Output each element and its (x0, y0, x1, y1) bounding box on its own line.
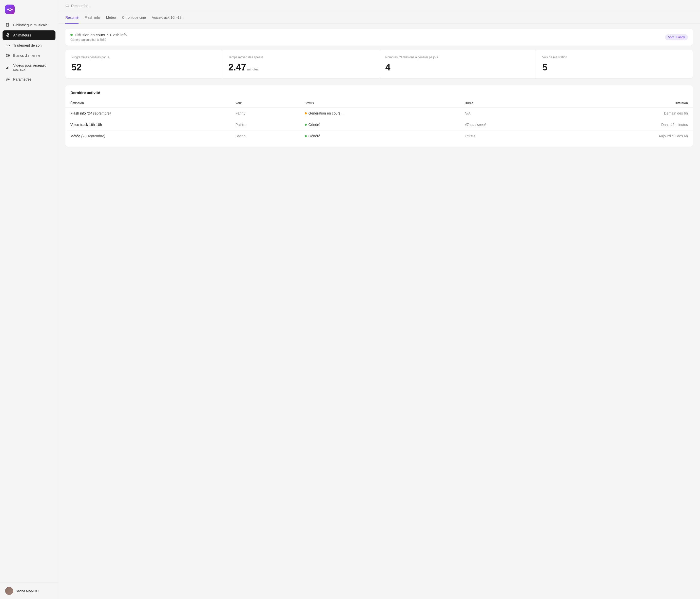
sidebar-item-animateurs-label: Animateurs (13, 33, 31, 37)
page-content: Diffusion en cours : Flash info Généré a… (58, 24, 700, 599)
sidebar-navigation: Bibliothèque musicale Animateurs Traitem… (0, 18, 58, 582)
stat-label-voix: Voix de ma station (542, 55, 687, 59)
stat-value-voix: 5 (542, 62, 687, 73)
search-bar (58, 0, 700, 12)
app-logo (5, 4, 15, 14)
table-body: Flash info (24 septembre) Fanny Générati… (65, 107, 693, 142)
book-icon (5, 23, 10, 27)
sidebar-item-blancs[interactable]: Blancs d'antenne (2, 51, 55, 60)
svg-rect-10 (7, 33, 8, 35)
chart-icon (5, 65, 10, 70)
diffusion-title: Diffusion en cours : Flash info (70, 33, 127, 37)
stat-card-temps: Temps moyen des speaks 2.47minutes (222, 50, 379, 78)
cell-duree-1: 47sec / speak (460, 119, 564, 130)
svg-point-14 (7, 54, 8, 57)
status-text-0: Génération en cours... (308, 111, 344, 115)
svg-line-22 (68, 6, 69, 7)
cell-emission-0: Flash info (24 septembre) (65, 107, 230, 119)
cell-status-2: Généré (300, 130, 460, 142)
col-header-diffusion: Diffusion (564, 99, 693, 108)
svg-rect-19 (8, 66, 9, 69)
diffusion-subtitle: Généré aujourd'hui à 3h59 (70, 38, 127, 42)
cell-diffusion-2: Aujourd'hui dès 6h (564, 130, 693, 142)
sidebar-item-animateurs[interactable]: Animateurs (2, 30, 55, 40)
status-dot-2 (305, 135, 307, 137)
mic-icon (5, 33, 10, 38)
col-header-emission: Émission (65, 99, 230, 108)
stat-card-programmes: Programmes générés par IA 52 (65, 50, 222, 78)
stat-value-temps: 2.47minutes (228, 62, 373, 73)
sidebar-item-parametres[interactable]: Paramètres (2, 74, 55, 84)
sidebar-item-bibliotheque-label: Bibliothèque musicale (13, 23, 48, 27)
diffusion-info: Diffusion en cours : Flash info Généré a… (70, 33, 127, 42)
cell-diffusion-0: Demain dès 6h (564, 107, 693, 119)
status-text-1: Généré (308, 123, 320, 127)
sidebar-item-videos-label: Vidéos pour réseaux sociaux (13, 63, 52, 71)
tab-meteo[interactable]: Météo (106, 12, 116, 24)
cell-voix-2: Sacha (230, 130, 300, 142)
sidebar-item-blancs-label: Blancs d'antenne (13, 53, 40, 57)
table-row: Voice-track 16h-18h Patrice Généré 47sec… (65, 119, 693, 130)
sidebar: Bibliothèque musicale Animateurs Traitem… (0, 0, 58, 599)
tab-resume[interactable]: Résumé (65, 12, 78, 24)
cell-duree-0: N/A (460, 107, 564, 119)
cell-voix-0: Fanny (230, 107, 300, 119)
globe-icon (5, 53, 10, 58)
status-dot-1 (305, 124, 307, 126)
svg-rect-17 (6, 68, 7, 69)
svg-point-20 (7, 79, 8, 80)
gear-icon (5, 77, 10, 81)
sidebar-item-parametres-label: Paramètres (13, 77, 31, 81)
sidebar-footer: Sacha MAMOU (0, 582, 58, 599)
activity-table: Émission Voix Status Durée Diffusion Fla… (65, 99, 693, 142)
tab-flash[interactable]: Flash info (84, 12, 100, 24)
cell-status-0: Génération en cours... (300, 107, 460, 119)
status-text-2: Généré (308, 134, 320, 138)
stat-card-emissions: Nombres d'émissions à générer pa jour 4 (379, 50, 536, 78)
stats-grid: Programmes générés par IA 52 Temps moyen… (65, 50, 693, 78)
sidebar-item-traitement[interactable]: Traitement de son (2, 41, 55, 50)
cell-emission-1: Voice-track 16h-18h (65, 119, 230, 130)
search-icon (65, 3, 69, 8)
cell-status-1: Généré (300, 119, 460, 130)
svg-rect-18 (7, 67, 8, 69)
stat-card-voix: Voix de ma station 5 (536, 50, 693, 78)
sidebar-logo (0, 0, 58, 18)
table-row: Météo (23 septembre) Sacha Généré 1m04s … (65, 130, 693, 142)
live-indicator (70, 34, 73, 36)
col-header-status: Status (300, 99, 460, 108)
cell-emission-2: Météo (23 septembre) (65, 130, 230, 142)
cell-voix-1: Patrice (230, 119, 300, 130)
col-header-duree: Durée (460, 99, 564, 108)
sidebar-item-videos[interactable]: Vidéos pour réseaux sociaux (2, 61, 55, 74)
cell-duree-2: 1m04s (460, 130, 564, 142)
sidebar-item-bibliotheque[interactable]: Bibliothèque musicale (2, 20, 55, 30)
tab-voicetrack[interactable]: Voice-track 16h-18h (152, 12, 183, 24)
stat-value-emissions: 4 (385, 62, 530, 73)
stat-unit-temps: minutes (247, 67, 259, 71)
main-content: Résumé Flash info Météo Chronique ciné V… (58, 0, 700, 599)
diffusion-title-prefix: Diffusion en cours (75, 33, 105, 37)
activity-section: Dernière activité Émission Voix Status D… (65, 86, 693, 147)
table-row: Flash info (24 septembre) Fanny Générati… (65, 107, 693, 119)
svg-point-0 (8, 8, 11, 10)
activity-title: Dernière activité (65, 91, 693, 99)
svg-point-13 (6, 54, 9, 57)
sidebar-item-traitement-label: Traitement de son (13, 43, 42, 47)
tab-chronique[interactable]: Chronique ciné (122, 12, 146, 24)
user-name: Sacha MAMOU (16, 589, 39, 593)
diffusion-separator: : (107, 33, 108, 37)
wave-icon (5, 43, 10, 48)
cell-diffusion-1: Dans 45 minutes (564, 119, 693, 130)
col-header-voix: Voix (230, 99, 300, 108)
diffusion-banner: Diffusion en cours : Flash info Généré a… (65, 29, 693, 46)
tabs: Résumé Flash info Météo Chronique ciné V… (58, 12, 700, 24)
stat-label-emissions: Nombres d'émissions à générer pa jour (385, 55, 530, 59)
stat-label-temps: Temps moyen des speaks (228, 55, 373, 59)
stat-label-programmes: Programmes générés par IA (71, 55, 216, 59)
diffusion-title-suffix: Flash info (110, 33, 127, 37)
status-dot-0 (305, 112, 307, 114)
stat-value-programmes: 52 (71, 62, 216, 73)
search-input[interactable] (71, 4, 693, 8)
table-header: Émission Voix Status Durée Diffusion (65, 99, 693, 108)
